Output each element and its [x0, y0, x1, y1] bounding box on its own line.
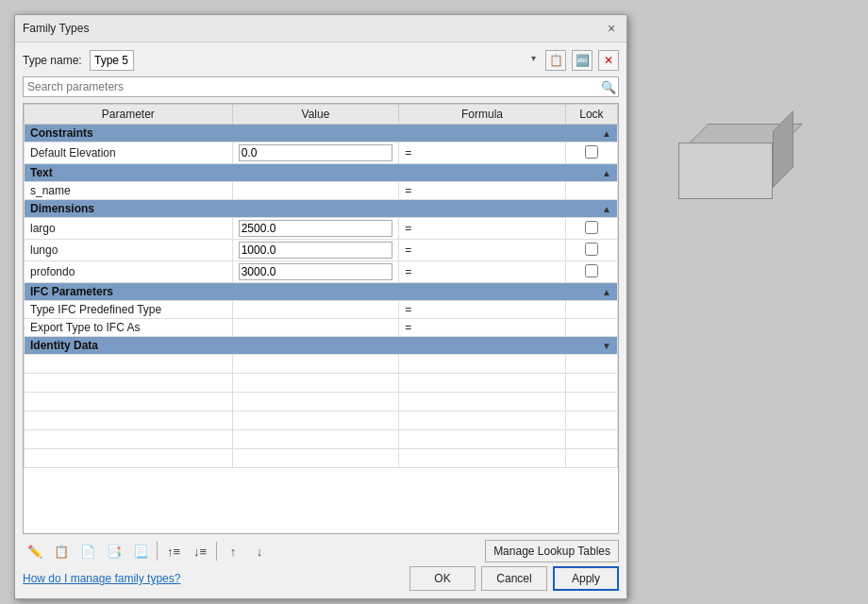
lock-cell: [565, 218, 617, 240]
ok-button[interactable]: OK: [409, 566, 476, 591]
lock-cell: [565, 301, 617, 319]
parameters-table-wrapper: Parameter Value Formula Lock Constraints…: [23, 103, 619, 534]
lock-cell: [565, 261, 617, 283]
collapse-icon[interactable]: ▲: [602, 128, 611, 139]
section-name: Constraints: [30, 126, 93, 140]
formula-cell: =: [399, 218, 566, 240]
table-header-row: Parameter Value Formula Lock: [25, 105, 618, 125]
section-header-identity-data: Identity Data ▼: [25, 337, 618, 355]
value-input[interactable]: [239, 144, 393, 161]
value-input[interactable]: [239, 220, 393, 237]
table-row: profondo =: [25, 261, 618, 283]
title-bar: Family Types ×: [15, 15, 626, 42]
col-formula: Formula: [399, 105, 566, 125]
collapse-icon[interactable]: ▲: [602, 287, 611, 297]
collapse-icon[interactable]: ▼: [602, 341, 611, 351]
section-header-dimensions: Dimensions ▲: [25, 200, 618, 218]
col-value: Value: [232, 105, 399, 125]
section-header-ifc-parameters: IFC Parameters ▲: [25, 283, 618, 301]
lock-cell: [565, 319, 617, 337]
value-cell[interactable]: [232, 143, 399, 164]
3d-preview-box: [678, 124, 782, 190]
cancel-button[interactable]: Cancel: [481, 566, 547, 591]
col-lock: Lock: [565, 105, 617, 125]
formula-cell: =: [399, 182, 566, 200]
family-types-dialog: Family Types × Type name: Type 5 📋 🔤 ✕ 🔍: [14, 14, 627, 599]
table-row: Export Type to IFC As =: [25, 319, 618, 337]
toolbar-separator-2: [216, 542, 217, 561]
table-row: largo =: [25, 218, 618, 240]
value-cell[interactable]: [232, 261, 399, 283]
empty-row: [25, 355, 618, 374]
parameter-name-cell: s_name: [25, 182, 233, 200]
formula-cell: =: [399, 261, 566, 283]
toolbar-icons: ✏️ 📋 📄 📑 📃 ↑≡ ↓≡ ↑ ↓: [23, 540, 272, 562]
empty-row: [25, 374, 618, 393]
new-type-button[interactable]: 📋: [545, 50, 566, 71]
empty-row: [25, 411, 618, 430]
value-cell[interactable]: [232, 218, 399, 240]
col-parameter: Parameter: [25, 105, 233, 125]
footer-buttons: OK Cancel Apply: [409, 566, 619, 591]
parameter-name-cell: lungo: [25, 240, 233, 261]
type-name-select-wrapper: Type 5: [90, 50, 540, 71]
parameter-name-cell: profondo: [25, 261, 233, 283]
search-input[interactable]: [24, 80, 599, 93]
preview-area: [645, 72, 815, 242]
parameters-table: Parameter Value Formula Lock Constraints…: [24, 104, 618, 468]
lock-cell: [565, 240, 617, 261]
sort-asc-button[interactable]: ↑: [221, 540, 245, 562]
formula-cell: =: [399, 143, 566, 164]
collapse-icon[interactable]: ▲: [602, 204, 611, 214]
rename-type-button[interactable]: 🔤: [572, 50, 593, 71]
shared-param-button[interactable]: 📄: [75, 540, 100, 562]
type-name-select[interactable]: Type 5: [90, 50, 134, 71]
edit-button[interactable]: ✏️: [23, 540, 47, 562]
apply-button[interactable]: Apply: [553, 566, 619, 591]
toolbar-row: ✏️ 📋 📄 📑 📃 ↑≡ ↓≡ ↑ ↓ Manage Lookup Table…: [23, 540, 619, 562]
value-cell[interactable]: [232, 319, 399, 337]
sort-desc-button[interactable]: ↓: [247, 540, 272, 562]
group-az-button[interactable]: ↑≡: [161, 540, 186, 562]
value-cell[interactable]: [232, 182, 399, 200]
lock-cell: [565, 143, 617, 164]
close-button[interactable]: ×: [604, 21, 619, 36]
delete-type-button[interactable]: ✕: [598, 50, 619, 71]
parameter-name-cell: Type IFC Predefined Type: [25, 301, 233, 319]
footer-row: How do I manage family types? OK Cancel …: [23, 566, 619, 591]
value-cell[interactable]: [232, 301, 399, 319]
lock-checkbox[interactable]: [585, 264, 598, 277]
parameter-name-cell: Default Elevation: [25, 143, 233, 164]
empty-row: [25, 393, 618, 411]
table-row: Type IFC Predefined Type =: [25, 301, 618, 319]
collapse-icon[interactable]: ▲: [602, 168, 611, 178]
copy-param-button[interactable]: 📃: [128, 540, 153, 562]
parameter-name-cell: largo: [25, 218, 233, 240]
table-row: Default Elevation =: [25, 143, 618, 164]
box-front-face: [678, 143, 773, 199]
formula-cell: =: [399, 319, 566, 337]
family-param-button[interactable]: 📑: [102, 540, 126, 562]
group-za-button[interactable]: ↓≡: [188, 540, 212, 562]
value-cell[interactable]: [232, 240, 399, 261]
value-input[interactable]: [239, 263, 393, 280]
value-input[interactable]: [239, 242, 393, 259]
type-name-row: Type name: Type 5 📋 🔤 ✕: [23, 50, 619, 71]
lock-checkbox[interactable]: [585, 221, 598, 234]
toolbar-separator-1: [157, 542, 158, 561]
box-side-face: [773, 110, 793, 188]
lock-checkbox[interactable]: [585, 145, 598, 159]
help-link[interactable]: How do I manage family types?: [23, 572, 180, 585]
new-param-button[interactable]: 📋: [49, 540, 74, 562]
search-icon: 🔍: [599, 77, 618, 96]
lock-checkbox[interactable]: [585, 243, 598, 256]
empty-row: [25, 430, 618, 449]
empty-row: [25, 449, 618, 468]
table-row: s_name =: [25, 182, 618, 200]
parameter-name-cell: Export Type to IFC As: [25, 319, 233, 337]
dialog-title: Family Types: [23, 22, 89, 35]
type-name-label: Type name:: [23, 54, 84, 67]
search-row: 🔍: [23, 76, 619, 97]
table-row: lungo =: [25, 240, 618, 261]
manage-lookup-tables-button[interactable]: Manage Lookup Tables: [485, 540, 619, 562]
